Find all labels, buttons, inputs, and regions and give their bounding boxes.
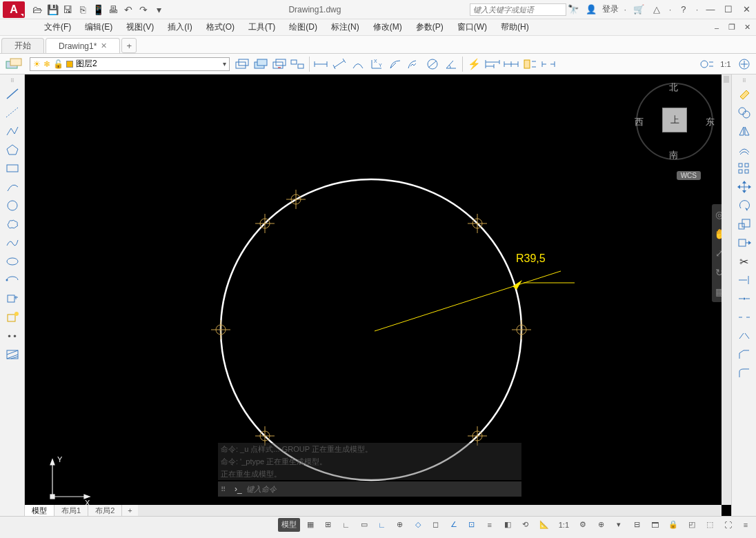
viewcube[interactable]: 上 北 南 西 东 — [636, 83, 713, 160]
menu-window[interactable]: 窗口(W) — [450, 20, 494, 34]
dim-ordinate-icon[interactable]: XY — [368, 56, 386, 72]
wcs-badge[interactable]: WCS — [677, 171, 701, 180]
polygon-icon[interactable] — [2, 141, 23, 159]
break-at-point-icon[interactable] — [734, 290, 755, 308]
menu-help[interactable]: 帮助(H) — [494, 20, 536, 34]
layer-iso-icon[interactable] — [252, 56, 270, 72]
dim-angular-icon[interactable] — [442, 56, 460, 72]
circle-icon[interactable] — [2, 197, 23, 215]
save-icon[interactable]: 💾 — [46, 3, 59, 17]
menu-tools[interactable]: 工具(T) — [241, 20, 282, 34]
hatch-icon[interactable] — [2, 346, 23, 363]
layout-tab-model[interactable]: 模型 — [25, 505, 54, 516]
scale-icon[interactable] — [734, 215, 755, 233]
login-label[interactable]: 登录 — [602, 3, 619, 15]
layer-prev-icon[interactable] — [270, 56, 288, 72]
dim-linear-icon[interactable] — [312, 56, 330, 72]
layer-combo[interactable]: ☀ ❄ 🔓 图层2 ▾ — [30, 57, 230, 71]
radius-dimension-text[interactable]: R39,5 — [516, 252, 546, 265]
ellipse-arc-icon[interactable] — [2, 271, 23, 289]
search-icon[interactable]: 🔭 — [566, 3, 580, 17]
redo-icon[interactable]: ↷ — [137, 3, 150, 17]
point-icon[interactable]: • • — [2, 327, 23, 345]
status-ui-lock-icon[interactable]: 🔒 — [665, 518, 682, 532]
drawing-canvas[interactable]: Y X R39,5 上 北 南 西 东 WCS ◎ ✋ ⤢ ↻ ▦ — [25, 74, 731, 516]
help-icon[interactable]: ? — [677, 3, 690, 17]
close-icon[interactable]: ✕ — [739, 3, 753, 17]
chamfer-icon[interactable] — [734, 346, 755, 363]
break-icon[interactable] — [734, 308, 755, 326]
status-infer-icon[interactable]: ∟ — [339, 518, 354, 532]
status-dyn-icon[interactable]: ▭ — [357, 518, 372, 532]
layer-states-icon[interactable] — [233, 56, 251, 72]
tolerance-icon[interactable] — [698, 56, 716, 72]
saveas-icon[interactable]: 🖫 — [61, 3, 74, 17]
layout-tab-2[interactable]: 布局2 — [88, 505, 122, 516]
stretch-icon[interactable] — [734, 234, 755, 252]
copy-icon[interactable] — [734, 103, 755, 121]
scale-label[interactable]: 1:1 — [717, 56, 735, 72]
viewcube-e[interactable]: 东 — [706, 116, 715, 128]
qat-expand-icon[interactable]: ▾ — [152, 3, 166, 17]
horizontal-scrollbar[interactable]: 模型 布局1 布局2 + — [25, 505, 722, 516]
grip-icon[interactable]: ⠿ — [2, 77, 23, 84]
menu-edit[interactable]: 编辑(E) — [78, 20, 119, 34]
status-osnap-icon[interactable]: ◻ — [428, 518, 444, 532]
menu-draw[interactable]: 绘图(D) — [282, 20, 324, 34]
layer-properties-icon[interactable] — [3, 56, 26, 72]
dim-space-icon[interactable] — [521, 56, 539, 72]
status-snap-icon[interactable]: ⊞ — [321, 518, 336, 532]
offset-icon[interactable] — [734, 141, 755, 159]
maximize-icon[interactable]: ☐ — [722, 3, 735, 17]
menu-modify[interactable]: 修改(M) — [366, 20, 409, 34]
drag-handle-icon[interactable]: ⠿ — [221, 486, 230, 493]
open-icon[interactable]: 🗁 — [30, 3, 44, 17]
menu-view[interactable]: 视图(V) — [119, 20, 161, 34]
app-exchange-icon[interactable]: △ — [650, 3, 664, 17]
status-quickprops-icon[interactable]: 🗖 — [647, 518, 662, 532]
add-layout-button[interactable]: + — [122, 506, 137, 515]
mirror-icon[interactable] — [734, 122, 755, 140]
export-icon[interactable]: ⎘ — [76, 3, 90, 17]
fillet-icon[interactable] — [734, 364, 755, 382]
mdi-minimize-icon[interactable]: – — [710, 23, 723, 32]
status-otrack-icon[interactable]: ⊡ — [464, 518, 479, 532]
mobile-icon[interactable]: 📱 — [91, 3, 105, 17]
viewcube-n[interactable]: 北 — [669, 81, 678, 94]
help-search-input[interactable] — [470, 3, 566, 16]
viewcube-s[interactable]: 南 — [669, 149, 678, 161]
status-3dosnap-icon[interactable]: ∠ — [446, 518, 461, 532]
dim-radius-icon[interactable] — [386, 56, 404, 72]
print-icon[interactable]: 🖶 — [106, 3, 120, 17]
status-polar-icon[interactable]: ⊕ — [392, 518, 408, 532]
status-model-button[interactable]: 模型 — [278, 518, 300, 532]
status-grid-icon[interactable]: ▦ — [303, 518, 318, 532]
ellipse-icon[interactable] — [2, 252, 23, 270]
doctab-close-icon[interactable]: ✕ — [101, 41, 107, 50]
dim-break-icon[interactable] — [539, 56, 557, 72]
status-cleanscreen-icon[interactable]: ⛶ — [720, 518, 735, 532]
quick-dim-icon[interactable]: ⚡ — [465, 56, 483, 72]
dim-arc-icon[interactable] — [349, 56, 367, 72]
construction-line-icon[interactable] — [2, 103, 23, 121]
array-icon[interactable] — [734, 159, 755, 177]
menu-file[interactable]: 文件(F) — [37, 20, 78, 34]
viewcube-top[interactable]: 上 — [662, 108, 687, 132]
status-lwt-icon[interactable]: ≡ — [482, 518, 497, 532]
mdi-restore-icon[interactable]: ❐ — [726, 23, 738, 32]
status-hw-icon[interactable]: ⬚ — [702, 518, 717, 532]
extend-icon[interactable] — [734, 271, 755, 289]
dim-diameter-icon[interactable] — [424, 56, 441, 72]
dim-baseline-icon[interactable] — [484, 56, 501, 72]
join-icon[interactable] — [734, 327, 755, 345]
grip-icon[interactable]: ⠿ — [734, 77, 755, 84]
dim-aligned-icon[interactable] — [330, 56, 348, 72]
status-isolate-icon[interactable]: ◰ — [684, 518, 699, 532]
command-input[interactable] — [246, 485, 519, 493]
menu-parametric[interactable]: 参数(P) — [409, 20, 450, 34]
status-ortho-icon[interactable]: ∟ — [375, 518, 390, 532]
status-iso-icon[interactable]: ◇ — [410, 518, 426, 532]
status-customize-icon[interactable]: ≡ — [738, 518, 753, 532]
line-icon[interactable] — [2, 85, 23, 103]
drawn-circle[interactable] — [221, 179, 521, 480]
